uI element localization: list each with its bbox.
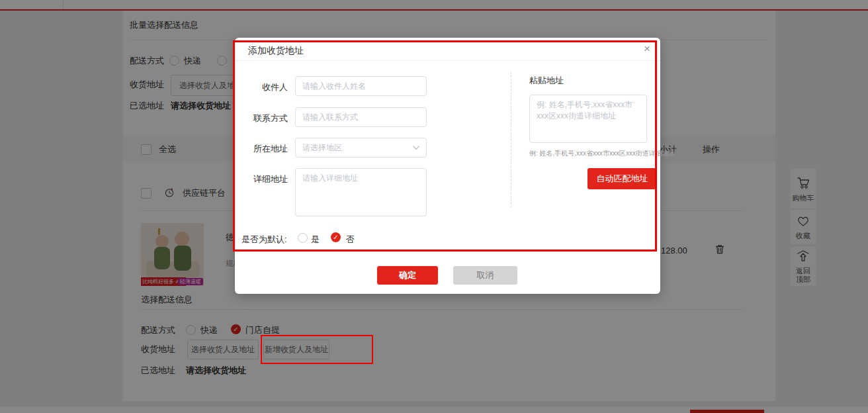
detail-textarea[interactable] — [295, 168, 427, 216]
paste-hint: 例: 姓名,手机号,xxx省xxx市xxx区xxx街道详细地址 — [529, 149, 675, 158]
default-label: 是否为默认: — [241, 234, 294, 246]
region-select[interactable]: 请选择地区 — [295, 138, 427, 158]
recipient-input[interactable] — [295, 76, 427, 96]
modal-title: 添加收货地址 — [248, 45, 304, 57]
chevron-down-icon — [412, 138, 420, 163]
default-yes-radio[interactable] — [298, 233, 308, 243]
detail-label: 详细地址 — [241, 173, 288, 185]
default-no-radio-checked[interactable]: ✓ — [331, 232, 341, 242]
close-icon[interactable]: × — [640, 42, 654, 56]
add-address-modal: 添加收货地址 × 收件人 联系方式 所在地址 请选择地区 详细地址 是否为默认:… — [235, 38, 660, 294]
cancel-button[interactable]: 取消 — [453, 266, 517, 285]
confirm-button[interactable]: 确定 — [377, 266, 438, 285]
contact-label: 联系方式 — [241, 113, 288, 124]
paste-textarea[interactable] — [529, 95, 647, 143]
default-no-label: 否 — [346, 234, 359, 246]
recipient-label: 收件人 — [241, 81, 288, 93]
page: 批量选择配送信息 配送方式 快递 收货地址 选择收货人及地址 已选地址 请选择收… — [0, 0, 868, 413]
paste-label: 粘贴地址 — [529, 75, 582, 87]
default-yes-label: 是 — [311, 234, 324, 246]
column-divider — [511, 72, 511, 208]
region-label: 所在地址 — [241, 143, 288, 155]
region-placeholder: 请选择地区 — [302, 143, 342, 152]
auto-match-button[interactable]: 自动匹配地址 — [587, 168, 657, 189]
contact-input[interactable] — [295, 107, 427, 127]
